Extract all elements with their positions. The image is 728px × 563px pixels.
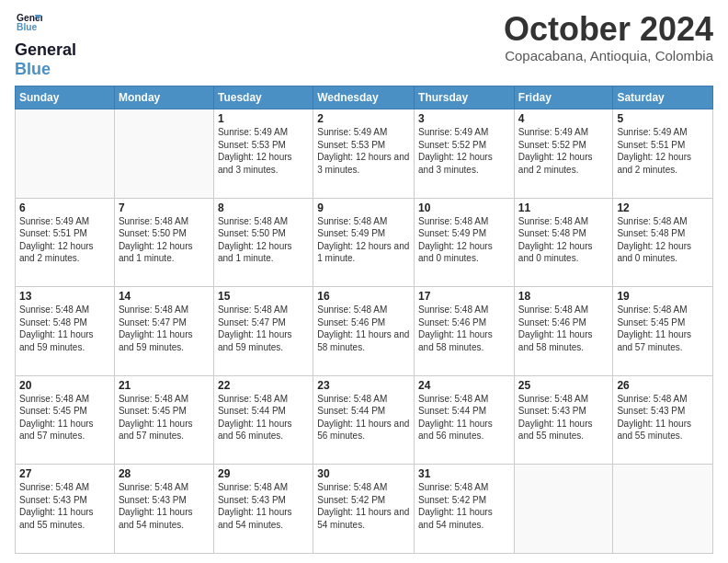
day-number: 18 [518,290,609,303]
table-row: 30Sunrise: 5:48 AM Sunset: 5:42 PM Dayli… [313,465,415,554]
day-number: 30 [317,467,410,480]
day-number: 20 [19,379,110,392]
day-info: Sunrise: 5:48 AM Sunset: 5:48 PM Dayligh… [518,215,609,265]
table-row: 20Sunrise: 5:48 AM Sunset: 5:45 PM Dayli… [16,375,115,465]
table-row: 24Sunrise: 5:48 AM Sunset: 5:44 PM Dayli… [415,375,515,465]
logo-line2: Blue [15,60,76,79]
table-row [16,109,115,199]
day-number: 7 [119,201,210,214]
col-friday: Friday [514,86,613,109]
day-info: Sunrise: 5:48 AM Sunset: 5:48 PM Dayligh… [19,304,110,353]
day-number: 27 [19,467,110,480]
calendar-week-row: 6Sunrise: 5:49 AM Sunset: 5:51 PM Daylig… [16,198,713,287]
table-row: 7Sunrise: 5:48 AM Sunset: 5:50 PM Daylig… [114,198,213,287]
logo: General Blue General Blue [15,11,76,78]
day-number: 25 [518,379,609,392]
table-row: 29Sunrise: 5:48 AM Sunset: 5:43 PM Dayli… [213,465,313,554]
calendar-week-row: 27Sunrise: 5:48 AM Sunset: 5:43 PM Dayli… [16,465,713,554]
day-info: Sunrise: 5:48 AM Sunset: 5:43 PM Dayligh… [617,393,709,442]
day-number: 29 [218,467,309,480]
table-row: 31Sunrise: 5:48 AM Sunset: 5:42 PM Dayli… [415,465,515,554]
title-area: October 2024 Copacabana, Antioquia, Colo… [504,11,713,63]
day-info: Sunrise: 5:49 AM Sunset: 5:52 PM Dayligh… [418,126,510,176]
table-row: 6Sunrise: 5:49 AM Sunset: 5:51 PM Daylig… [16,198,115,287]
calendar-week-row: 20Sunrise: 5:48 AM Sunset: 5:45 PM Dayli… [16,375,713,465]
day-info: Sunrise: 5:49 AM Sunset: 5:53 PM Dayligh… [218,126,309,176]
day-info: Sunrise: 5:48 AM Sunset: 5:50 PM Dayligh… [218,215,309,265]
table-row: 5Sunrise: 5:49 AM Sunset: 5:51 PM Daylig… [613,109,713,199]
day-number: 14 [119,290,210,303]
day-info: Sunrise: 5:48 AM Sunset: 5:48 PM Dayligh… [617,215,709,265]
day-info: Sunrise: 5:48 AM Sunset: 5:42 PM Dayligh… [418,481,510,531]
table-row: 16Sunrise: 5:48 AM Sunset: 5:46 PM Dayli… [313,287,415,376]
day-info: Sunrise: 5:48 AM Sunset: 5:45 PM Dayligh… [19,393,110,442]
table-row [514,465,613,554]
day-number: 3 [418,112,510,125]
table-row: 14Sunrise: 5:48 AM Sunset: 5:47 PM Dayli… [114,287,213,376]
table-row: 21Sunrise: 5:48 AM Sunset: 5:45 PM Dayli… [114,375,213,465]
table-row: 1Sunrise: 5:49 AM Sunset: 5:53 PM Daylig… [213,109,313,199]
day-info: Sunrise: 5:49 AM Sunset: 5:53 PM Dayligh… [317,126,410,176]
table-row: 17Sunrise: 5:48 AM Sunset: 5:46 PM Dayli… [415,287,515,376]
table-row: 28Sunrise: 5:48 AM Sunset: 5:43 PM Dayli… [114,465,213,554]
day-number: 19 [617,290,709,303]
day-number: 2 [317,112,410,125]
table-row: 12Sunrise: 5:48 AM Sunset: 5:48 PM Dayli… [613,198,713,287]
table-row: 19Sunrise: 5:48 AM Sunset: 5:45 PM Dayli… [613,287,713,376]
table-row: 26Sunrise: 5:48 AM Sunset: 5:43 PM Dayli… [613,375,713,465]
day-info: Sunrise: 5:48 AM Sunset: 5:43 PM Dayligh… [218,481,309,531]
day-number: 11 [518,201,609,214]
day-info: Sunrise: 5:48 AM Sunset: 5:45 PM Dayligh… [617,304,709,353]
day-number: 8 [218,201,309,214]
table-row: 27Sunrise: 5:48 AM Sunset: 5:43 PM Dayli… [16,465,115,554]
day-info: Sunrise: 5:48 AM Sunset: 5:43 PM Dayligh… [119,481,210,531]
table-row: 11Sunrise: 5:48 AM Sunset: 5:48 PM Dayli… [514,198,613,287]
table-row: 4Sunrise: 5:49 AM Sunset: 5:52 PM Daylig… [514,109,613,199]
location: Copacabana, Antioquia, Colombia [504,48,713,63]
day-info: Sunrise: 5:48 AM Sunset: 5:45 PM Dayligh… [119,393,210,442]
day-info: Sunrise: 5:48 AM Sunset: 5:49 PM Dayligh… [418,215,510,265]
col-tuesday: Tuesday [213,86,313,109]
day-info: Sunrise: 5:48 AM Sunset: 5:44 PM Dayligh… [418,393,510,442]
day-info: Sunrise: 5:48 AM Sunset: 5:49 PM Dayligh… [317,215,410,265]
day-info: Sunrise: 5:48 AM Sunset: 5:47 PM Dayligh… [218,304,309,353]
day-info: Sunrise: 5:49 AM Sunset: 5:51 PM Dayligh… [617,126,709,176]
table-row: 23Sunrise: 5:48 AM Sunset: 5:44 PM Dayli… [313,375,415,465]
day-info: Sunrise: 5:48 AM Sunset: 5:50 PM Dayligh… [119,215,210,265]
table-row: 25Sunrise: 5:48 AM Sunset: 5:43 PM Dayli… [514,375,613,465]
col-monday: Monday [114,86,213,109]
table-row: 8Sunrise: 5:48 AM Sunset: 5:50 PM Daylig… [213,198,313,287]
day-number: 12 [617,201,709,214]
day-number: 13 [19,290,110,303]
day-number: 24 [418,379,510,392]
col-wednesday: Wednesday [313,86,415,109]
logo-line1: General [15,40,76,60]
col-saturday: Saturday [613,86,713,109]
day-info: Sunrise: 5:49 AM Sunset: 5:52 PM Dayligh… [518,126,609,176]
table-row: 9Sunrise: 5:48 AM Sunset: 5:49 PM Daylig… [313,198,415,287]
page: General Blue General Blue October 2024 C… [0,0,728,563]
day-info: Sunrise: 5:48 AM Sunset: 5:47 PM Dayligh… [119,304,210,353]
table-row: 15Sunrise: 5:48 AM Sunset: 5:47 PM Dayli… [213,287,313,376]
day-number: 31 [418,467,510,480]
header: General Blue General Blue October 2024 C… [15,11,713,78]
calendar: Sunday Monday Tuesday Wednesday Thursday… [15,86,713,554]
calendar-week-row: 1Sunrise: 5:49 AM Sunset: 5:53 PM Daylig… [16,109,713,199]
day-number: 10 [418,201,510,214]
calendar-week-row: 13Sunrise: 5:48 AM Sunset: 5:48 PM Dayli… [16,287,713,376]
table-row: 2Sunrise: 5:49 AM Sunset: 5:53 PM Daylig… [313,109,415,199]
day-number: 5 [617,112,709,125]
day-info: Sunrise: 5:48 AM Sunset: 5:44 PM Dayligh… [317,393,410,442]
table-row: 10Sunrise: 5:48 AM Sunset: 5:49 PM Dayli… [415,198,515,287]
day-number: 15 [218,290,309,303]
day-number: 28 [119,467,210,480]
table-row [613,465,713,554]
day-number: 16 [317,290,410,303]
day-info: Sunrise: 5:48 AM Sunset: 5:44 PM Dayligh… [218,393,309,442]
day-number: 26 [617,379,709,392]
svg-text:Blue: Blue [17,22,38,32]
day-number: 22 [218,379,309,392]
day-number: 23 [317,379,410,392]
day-info: Sunrise: 5:48 AM Sunset: 5:46 PM Dayligh… [418,304,510,353]
day-info: Sunrise: 5:49 AM Sunset: 5:51 PM Dayligh… [19,215,110,265]
